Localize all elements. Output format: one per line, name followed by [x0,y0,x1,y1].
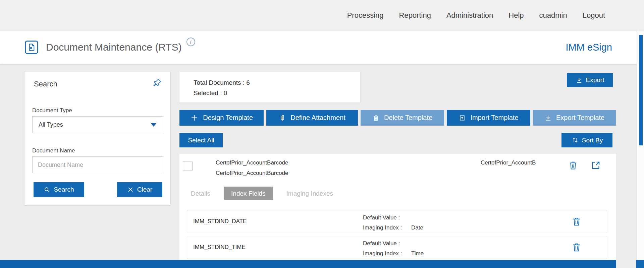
import-icon [459,114,466,122]
import-template-button[interactable]: Import Template [447,110,530,126]
search-panel-title: Search [34,80,57,88]
app-logo-icon [24,40,39,54]
import-template-label: Import Template [470,114,518,122]
sort-by-button[interactable]: Sort By [561,133,612,147]
index-field-name: IMM_STDIND_DATE [193,218,247,225]
select-all-button[interactable]: Select All [179,133,223,147]
search-panel: Search Document Type All Types Document … [24,72,170,205]
vertical-scrollbar[interactable] [637,31,644,268]
document-checkbox[interactable] [183,161,193,171]
scrollbar-corner [636,260,644,268]
imaging-index-label: Imaging Index : [363,250,402,257]
imaging-index-label: Imaging Index : [363,224,402,231]
export-button[interactable]: Export [567,73,613,87]
export-button-label: Export [586,76,604,84]
tab-details[interactable]: Details [191,187,210,200]
nav-processing[interactable]: Processing [347,11,384,20]
document-panel: CertofPrior_AccountBarcode CertofPrior_A… [179,154,616,268]
index-field-name: IMM_STDIND_TIME [193,244,246,251]
page-title: Document Maintenance (RTS) [46,42,182,53]
sort-by-label: Sort By [582,137,603,144]
define-attachment-label: Define Attachment [290,114,345,122]
index-field-row: IMM_STDIND_TIME Default Value : Imaging … [187,236,607,259]
nav-reporting[interactable]: Reporting [399,11,431,20]
nav-help[interactable]: Help [508,11,524,20]
template-toolbar: Design Template Define Attachment Delete… [179,110,616,126]
delete-template-button[interactable]: Delete Template [361,110,444,126]
plus-icon [190,114,199,122]
document-name-label: Document Name [32,147,75,154]
document-tabs: Details Index Fields Imaging Indexes [191,187,333,200]
selected-count-text: Selected : 0 [194,88,360,98]
document-name-right: CertofPrior_AccountB [481,159,536,166]
scrollbar-thumb[interactable] [639,35,643,145]
delete-field-icon[interactable] [571,216,582,227]
delete-document-icon[interactable] [568,160,578,171]
sort-icon [571,136,579,144]
top-nav: Processing Reporting Administration Help… [0,0,644,31]
default-value-label: Default Value : [363,240,400,247]
export-template-label: Export Template [556,114,604,122]
default-value-label: Default Value : [363,214,400,221]
document-name-line1: CertofPrior_AccountBarcode [216,159,288,166]
trash-icon [372,114,380,122]
design-template-button[interactable]: Design Template [179,110,264,126]
brand-logo-text: IMM eSign [566,42,612,53]
info-icon[interactable]: i [186,38,195,46]
export-template-button[interactable]: Export Template [533,110,616,126]
nav-cuadmin[interactable]: cuadmin [539,11,567,20]
imaging-index-value: Time [411,250,424,257]
clear-x-icon [127,186,134,193]
search-icon [44,186,50,193]
nav-administration[interactable]: Administration [446,11,493,20]
download-icon [576,77,583,84]
open-external-icon[interactable] [591,160,601,171]
delete-template-label: Delete Template [384,114,432,122]
search-button[interactable]: Search [34,182,84,197]
page-header: Document Maintenance (RTS) i IMM eSign [0,31,644,64]
select-all-label: Select All [188,137,214,144]
clear-button[interactable]: Clear [117,182,162,197]
search-button-label: Search [54,186,74,193]
paperclip-icon [279,114,286,122]
download-icon [544,114,552,122]
imaging-index-value: Date [411,224,423,231]
define-attachment-button[interactable]: Define Attachment [266,110,358,126]
design-template-label: Design Template [203,114,253,122]
delete-field-icon[interactable] [571,242,582,253]
summary-card: Total Documents : 6 Selected : 0 [179,72,360,103]
bottom-bar [0,260,616,268]
document-name-line2: CertofPrior_AccountBarcode [216,170,288,177]
index-field-row: IMM_STDIND_DATE Default Value : Imaging … [187,210,607,233]
clear-button-label: Clear [137,186,152,193]
document-type-label: Document Type [32,107,72,114]
pin-icon[interactable] [152,78,162,88]
tab-imaging-indexes[interactable]: Imaging Indexes [286,187,333,200]
document-type-select[interactable]: All Types [32,116,163,133]
document-name-input[interactable] [32,156,163,173]
nav-logout[interactable]: Logout [583,11,605,20]
tab-index-fields[interactable]: Index Fields [224,187,273,200]
chevron-down-icon [151,123,157,127]
document-type-value: All Types [39,121,63,128]
total-documents-text: Total Documents : 6 [194,77,360,88]
